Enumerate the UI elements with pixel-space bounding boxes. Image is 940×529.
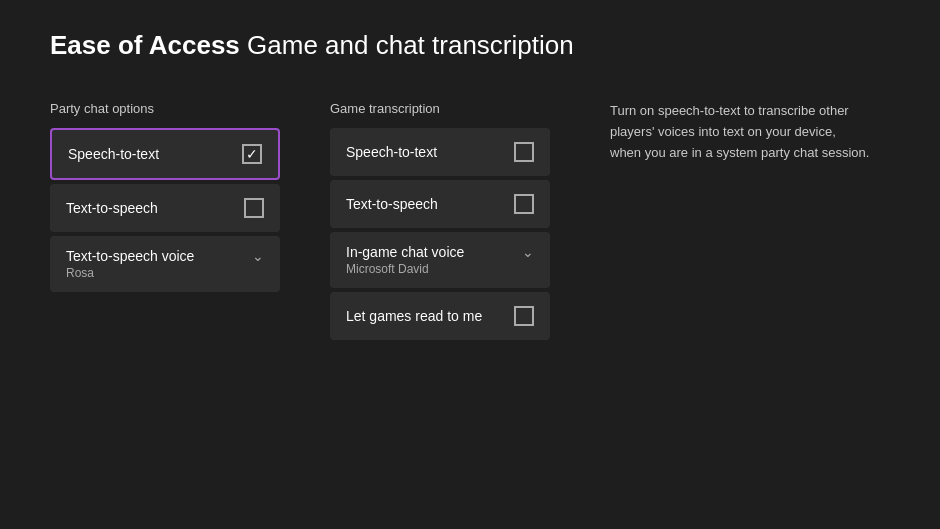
party-voice-sublabel: Rosa — [66, 266, 94, 280]
party-voice-dropdown-row[interactable]: Text-to-speech voice ⌄ Rosa — [50, 236, 280, 292]
party-text-to-speech-row[interactable]: Text-to-speech — [50, 184, 280, 232]
party-text-to-speech-checkbox[interactable] — [244, 198, 264, 218]
chevron-down-icon-2: ⌄ — [522, 244, 534, 260]
gt-speech-to-text-checkbox[interactable] — [514, 142, 534, 162]
description-column: Turn on speech-to-text to transcribe oth… — [610, 101, 870, 163]
party-speech-to-text-row[interactable]: Speech-to-text ✓ — [50, 128, 280, 180]
page-title: Ease of Access Game and chat transcripti… — [50, 30, 890, 61]
gt-speech-to-text-row[interactable]: Speech-to-text — [330, 128, 550, 176]
party-speech-to-text-label: Speech-to-text — [68, 146, 159, 162]
gt-let-games-read-label: Let games read to me — [346, 308, 482, 324]
gt-text-to-speech-label: Text-to-speech — [346, 196, 438, 212]
party-text-to-speech-label: Text-to-speech — [66, 200, 158, 216]
gt-let-games-read-checkbox[interactable] — [514, 306, 534, 326]
gt-voice-dropdown-row[interactable]: In-game chat voice ⌄ Microsoft David — [330, 232, 550, 288]
gt-text-to-speech-row[interactable]: Text-to-speech — [330, 180, 550, 228]
party-speech-to-text-checkbox[interactable]: ✓ — [242, 144, 262, 164]
gt-voice-label: In-game chat voice — [346, 244, 464, 260]
gt-let-games-read-row[interactable]: Let games read to me — [330, 292, 550, 340]
checkmark-icon: ✓ — [246, 147, 258, 161]
game-transcription-header: Game transcription — [330, 101, 550, 116]
party-voice-row-top: Text-to-speech voice ⌄ — [66, 248, 264, 264]
page-container: Ease of Access Game and chat transcripti… — [0, 0, 940, 529]
party-voice-label: Text-to-speech voice — [66, 248, 194, 264]
party-chat-column: Party chat options Speech-to-text ✓ Text… — [50, 101, 280, 296]
game-transcription-column: Game transcription Speech-to-text Text-t… — [330, 101, 550, 344]
columns-container: Party chat options Speech-to-text ✓ Text… — [50, 101, 890, 344]
gt-voice-sublabel: Microsoft David — [346, 262, 429, 276]
chevron-down-icon: ⌄ — [252, 248, 264, 264]
gt-voice-row-top: In-game chat voice ⌄ — [346, 244, 534, 260]
party-chat-header: Party chat options — [50, 101, 280, 116]
gt-speech-to-text-label: Speech-to-text — [346, 144, 437, 160]
description-text: Turn on speech-to-text to transcribe oth… — [610, 101, 870, 163]
gt-text-to-speech-checkbox[interactable] — [514, 194, 534, 214]
